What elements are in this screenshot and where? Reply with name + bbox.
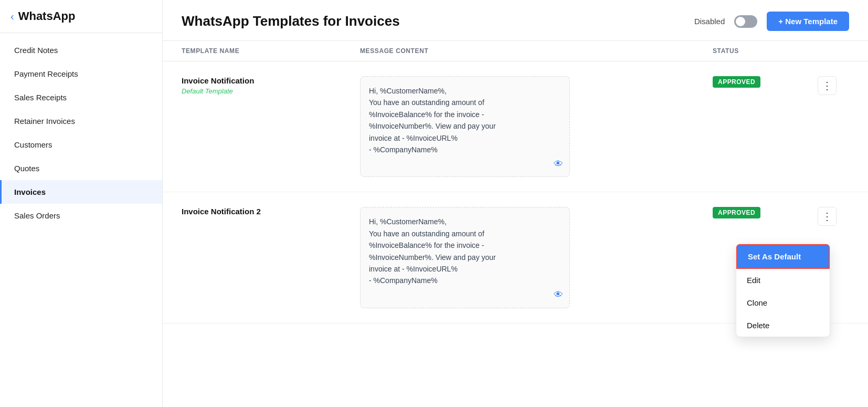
- template-name-col-2: Invoice Notification 2: [182, 207, 360, 218]
- sidebar-title: WhatsApp: [18, 9, 76, 23]
- message-text-2: Hi, %CustomerName%,You have an outstandi…: [369, 217, 496, 285]
- sidebar-header: ‹ WhatsApp: [0, 0, 162, 33]
- sidebar-item-sales-orders[interactable]: Sales Orders: [0, 204, 162, 227]
- message-col-1: Hi, %CustomerName%,You have an outstandi…: [360, 76, 713, 177]
- status-badge-2: APPROVED: [713, 207, 760, 218]
- sidebar-item-payment-receipts[interactable]: Payment Receipts: [0, 62, 162, 86]
- message-col-2: Hi, %CustomerName%,You have an outstandi…: [360, 207, 713, 308]
- dropdown-menu: Set As Default Edit Clone Delete: [736, 244, 830, 337]
- col-message-content: MESSAGE CONTENT: [360, 47, 713, 55]
- sidebar-nav: Credit Notes Payment Receipts Sales Rece…: [0, 33, 162, 233]
- col-template-name: TEMPLATE NAME: [182, 47, 360, 55]
- new-template-button[interactable]: + New Template: [767, 12, 849, 31]
- message-box-1: Hi, %CustomerName%,You have an outstandi…: [360, 76, 570, 177]
- dropdown-edit[interactable]: Edit: [736, 269, 830, 291]
- col-actions: [818, 47, 849, 55]
- template-name-1: Invoice Notification: [182, 76, 360, 85]
- template-name-col-1: Invoice Notification Default Template: [182, 76, 360, 95]
- disabled-toggle[interactable]: [734, 15, 757, 28]
- dropdown-set-default[interactable]: Set As Default: [736, 244, 830, 269]
- dropdown-delete[interactable]: Delete: [736, 314, 830, 337]
- sidebar-item-credit-notes[interactable]: Credit Notes: [0, 38, 162, 62]
- sidebar-item-customers[interactable]: Customers: [0, 133, 162, 156]
- sidebar: ‹ WhatsApp Credit Notes Payment Receipts…: [0, 0, 163, 407]
- status-badge-1: APPROVED: [713, 76, 760, 88]
- status-col-2: APPROVED: [713, 207, 818, 218]
- default-label-1: Default Template: [182, 87, 360, 95]
- eye-icon-1[interactable]: 👁: [554, 156, 563, 172]
- sidebar-item-quotes[interactable]: Quotes: [0, 156, 162, 180]
- sidebar-item-invoices[interactable]: Invoices: [0, 180, 162, 204]
- message-text-1: Hi, %CustomerName%,You have an outstandi…: [369, 87, 496, 154]
- template-name-2: Invoice Notification 2: [182, 207, 360, 216]
- template-row-2: Invoice Notification 2 Hi, %CustomerName…: [163, 192, 868, 323]
- sidebar-item-sales-receipts[interactable]: Sales Receipts: [0, 86, 162, 109]
- actions-col-2: ⋮ Set As Default Edit Clone Delete: [818, 207, 849, 226]
- eye-icon-2[interactable]: 👁: [554, 287, 563, 302]
- toggle-knob: [736, 17, 745, 26]
- disabled-label: Disabled: [694, 17, 725, 26]
- more-button-1[interactable]: ⋮: [818, 76, 837, 95]
- back-icon[interactable]: ‹: [10, 11, 14, 23]
- actions-col-1: ⋮: [818, 76, 849, 95]
- main-header: WhatsApp Templates for Invoices Disabled…: [163, 0, 868, 41]
- header-right: Disabled + New Template: [694, 12, 849, 31]
- main-content: WhatsApp Templates for Invoices Disabled…: [163, 0, 868, 407]
- message-box-2: Hi, %CustomerName%,You have an outstandi…: [360, 207, 570, 308]
- table-header: TEMPLATE NAME MESSAGE CONTENT STATUS: [163, 41, 868, 61]
- more-button-2[interactable]: ⋮: [818, 207, 837, 226]
- sidebar-item-retainer-invoices[interactable]: Retainer Invoices: [0, 109, 162, 133]
- status-col-1: APPROVED: [713, 76, 818, 88]
- page-title: WhatsApp Templates for Invoices: [182, 13, 400, 29]
- template-row-1: Invoice Notification Default Template Hi…: [163, 61, 868, 192]
- dropdown-clone[interactable]: Clone: [736, 291, 830, 314]
- col-status: STATUS: [713, 47, 818, 55]
